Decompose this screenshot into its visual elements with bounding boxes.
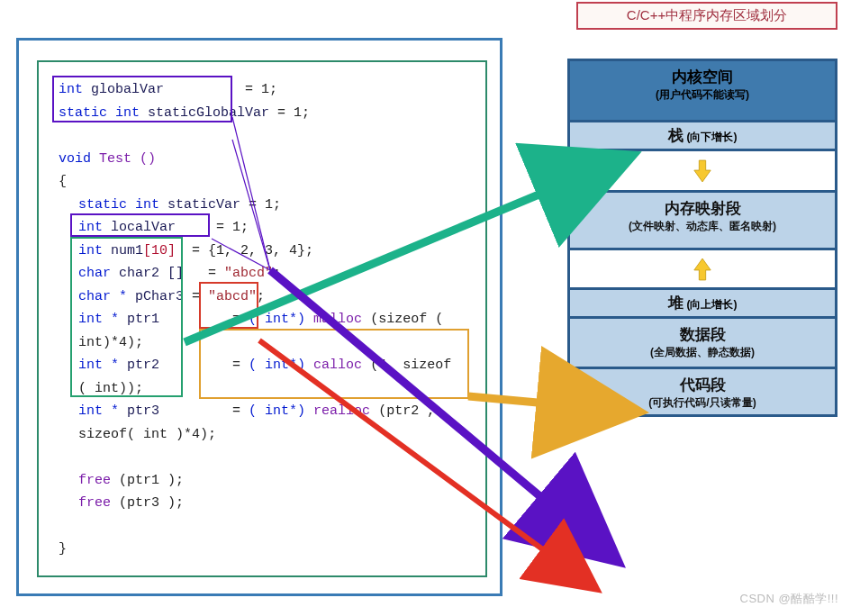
mmap-title: 内存映射段 — [570, 193, 835, 219]
memory-layout: 内核空间 (用户代码不能读写) 栈 (向下增长) 内存映射段 (文件映射、动态库… — [567, 59, 837, 417]
title-text: C/C++中程序内存区域划分 — [627, 7, 787, 23]
code-line-fn: void Test () — [59, 148, 466, 171]
code-line-ptr2: int * ptr2 = ( int*) calloc (4, sizeof (… — [59, 354, 466, 400]
code-outer-frame: int globalVar = 1; static int staticGlob… — [16, 38, 502, 596]
heap-sub: (向上增长) — [686, 298, 737, 311]
codeseg-title: 代码段 — [570, 369, 835, 395]
data-sub: (全局数据、静态数据) — [570, 345, 835, 366]
mem-heap-header: 堆 (向上增长) — [567, 287, 837, 316]
stack-sub: (向下增长) — [686, 131, 737, 143]
arrow-up-icon — [693, 257, 712, 282]
code-line-static-global: static int staticGlobalVar = 1; — [59, 102, 466, 125]
stack-title: 栈 — [668, 127, 684, 144]
mem-stack-body — [567, 149, 837, 190]
code-line-brace-close: } — [59, 538, 466, 561]
code-line-ptr3: int * ptr3 = ( int*) realloc (ptr2 , siz… — [59, 400, 466, 446]
code-line-ptr1: int * ptr1 = ( int*) malloc (sizeof ( in… — [59, 308, 466, 354]
mem-mmap: 内存映射段 (文件映射、动态库、匿名映射) — [567, 190, 837, 248]
code-line-localvar: int localVar = 1; — [59, 216, 466, 240]
mem-data-segment: 数据段 (全局数据、静态数据) — [567, 316, 837, 367]
code-line-static-local: static int staticVar = 1; — [59, 194, 466, 217]
diagram-title: C/C++中程序内存区域划分 — [576, 2, 837, 30]
data-title: 数据段 — [570, 319, 835, 345]
arrow-down-icon — [693, 159, 712, 184]
heap-title: 堆 — [668, 294, 684, 312]
code-line-free2: free (ptr3 ); — [59, 492, 466, 515]
code-line-brace-open: { — [59, 170, 466, 194]
watermark: CSDN @酷酷学!!! — [740, 591, 838, 607]
code-line-global: int globalVar = 1; — [59, 78, 466, 102]
codeseg-sub: (可执行代码/只读常量) — [570, 395, 835, 416]
mmap-sub: (文件映射、动态库、匿名映射) — [570, 219, 835, 240]
kernel-sub: (用户代码不能读写) — [570, 87, 835, 108]
code-line-num1: int num1[10] = {1, 2, 3, 4}; — [59, 240, 466, 263]
code-line-char2: char char2 [] = "abcd"; — [59, 262, 466, 285]
watermark-text: CSDN @酷酷学!!! — [740, 592, 838, 605]
mem-heap-body — [567, 248, 837, 287]
code-line-free1: free (ptr1 ); — [59, 469, 466, 493]
mem-kernel: 内核空间 (用户代码不能读写) — [567, 59, 837, 120]
code-content: int globalVar = 1; static int staticGlob… — [39, 62, 485, 577]
kernel-title: 内核空间 — [570, 61, 835, 87]
mem-stack-header: 栈 (向下增长) — [567, 120, 837, 149]
mem-code-segment: 代码段 (可执行代码/只读常量) — [567, 367, 837, 417]
code-line-pchar3: char * pChar3 = "abcd"; — [59, 285, 466, 309]
code-inner-frame: int globalVar = 1; static int staticGlob… — [37, 60, 487, 577]
